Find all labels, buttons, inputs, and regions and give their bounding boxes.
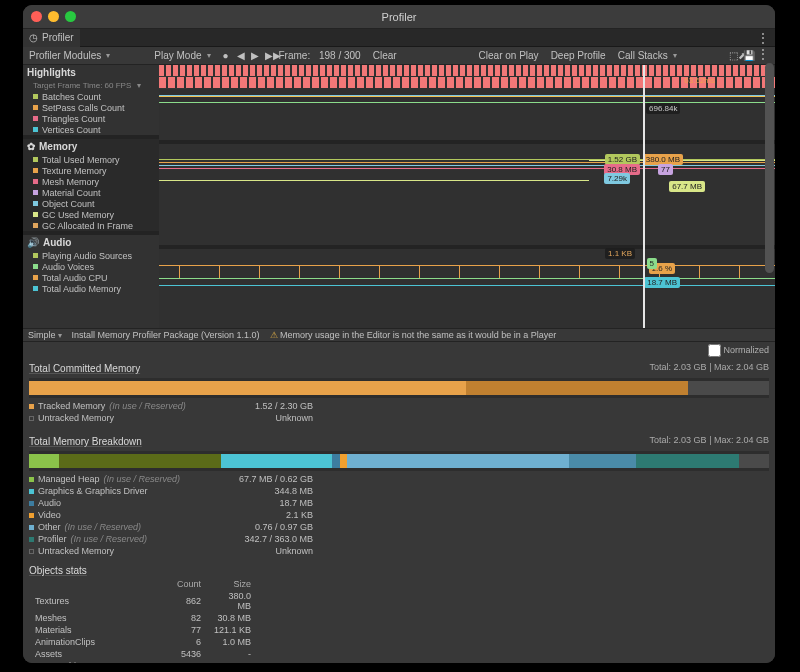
legend-swatch bbox=[33, 94, 38, 99]
legend-label: Total Used Memory bbox=[42, 155, 120, 165]
row-swatch bbox=[29, 549, 34, 554]
legend-label: Triangles Count bbox=[42, 114, 105, 124]
legend-item[interactable]: Batches Count bbox=[23, 91, 159, 102]
module-list: Highlights Target Frame Time: 60 FPS▾ Ba… bbox=[23, 65, 159, 328]
row-swatch bbox=[29, 513, 34, 518]
titlebar: Profiler bbox=[23, 5, 775, 29]
save-icon[interactable]: 💾 bbox=[737, 47, 751, 65]
table-row: AnimationClips61.0 MB bbox=[29, 636, 257, 648]
deep-profile-toggle[interactable]: Deep Profile bbox=[545, 47, 612, 65]
total-breakdown-header: Total Memory Breakdown bbox=[29, 436, 142, 447]
chart-panels[interactable]: CPU GPU 63.62ms 696.84k 1.52 GB 380.0 MB… bbox=[159, 65, 775, 328]
call-stacks-dropdown[interactable]: Call Stacks bbox=[612, 47, 683, 65]
legend-swatch bbox=[33, 157, 38, 162]
memory-row: Graphics & Graphics Driver344.8 MB bbox=[29, 485, 769, 497]
legend-swatch bbox=[33, 105, 38, 110]
legend-swatch bbox=[33, 127, 38, 132]
zoom-icon[interactable] bbox=[65, 11, 76, 22]
play-mode-dropdown[interactable]: Play Mode bbox=[148, 47, 216, 65]
normalized-toggle[interactable]: Normalized bbox=[708, 344, 769, 357]
legend-label: SetPass Calls Count bbox=[42, 103, 125, 113]
target-frame-time[interactable]: Target Frame Time: 60 FPS▾ bbox=[23, 80, 159, 91]
module-highlights[interactable]: Highlights Target Frame Time: 60 FPS▾ Ba… bbox=[23, 65, 159, 135]
legend-item[interactable]: Triangles Count bbox=[23, 113, 159, 124]
tab-menu-icon[interactable]: ⋮ bbox=[751, 31, 775, 45]
legend-swatch bbox=[33, 286, 38, 291]
tab-profiler[interactable]: ◷ Profiler bbox=[23, 29, 80, 47]
legend-item[interactable]: Material Count bbox=[23, 187, 159, 198]
legend-label: GC Used Memory bbox=[42, 210, 114, 220]
chart-tag: 77 bbox=[658, 164, 673, 175]
legend-item[interactable]: GC Used Memory bbox=[23, 209, 159, 220]
total-committed-header: Total Committed Memory bbox=[29, 363, 140, 374]
legend-label: Vertices Count bbox=[42, 125, 101, 135]
memory-row: Profiler (In use / Reserved)342.7 / 363.… bbox=[29, 533, 769, 545]
legend-label: Audio Voices bbox=[42, 262, 94, 272]
legend-label: Texture Memory bbox=[42, 166, 107, 176]
legend-swatch bbox=[33, 201, 38, 206]
legend-item[interactable]: Total Audio CPU bbox=[23, 272, 159, 283]
clear-on-play-toggle[interactable]: Clear on Play bbox=[473, 47, 545, 65]
scrollbar[interactable] bbox=[765, 63, 774, 323]
tcm-bar bbox=[29, 378, 769, 398]
detail-toolbar: Simple Install Memory Profiler Package (… bbox=[23, 328, 775, 342]
speaker-icon: 🔊 bbox=[27, 237, 39, 248]
legend-item[interactable]: Mesh Memory bbox=[23, 176, 159, 187]
memory-row: Untracked MemoryUnknown bbox=[29, 545, 769, 557]
memory-detail-panel: Normalized Total Committed Memory Total:… bbox=[23, 342, 775, 663]
legend-item[interactable]: Audio Voices bbox=[23, 261, 159, 272]
legend-item[interactable]: Vertices Count bbox=[23, 124, 159, 135]
legend-item[interactable]: Playing Audio Sources bbox=[23, 250, 159, 261]
chart-tag: 696.84k bbox=[646, 103, 680, 114]
legend-item[interactable]: GC Allocated In Frame bbox=[23, 220, 159, 231]
warning-label: ⚠ Memory usage in the Editor is not the … bbox=[265, 330, 562, 340]
playhead[interactable] bbox=[643, 65, 645, 328]
legend-swatch bbox=[33, 253, 38, 258]
legend-swatch bbox=[33, 116, 38, 121]
memory-row: Video2.1 KB bbox=[29, 509, 769, 521]
minimize-icon[interactable] bbox=[48, 11, 59, 22]
legend-label: Mesh Memory bbox=[42, 177, 99, 187]
row-swatch bbox=[29, 416, 34, 421]
record-button[interactable]: ● bbox=[217, 47, 231, 65]
row-swatch bbox=[29, 477, 34, 482]
object-stats-table: CountSize Textures862380.0 MBMeshes8230.… bbox=[29, 578, 257, 663]
legend-swatch bbox=[33, 179, 38, 184]
legend-label: GC Allocated In Frame bbox=[42, 221, 133, 231]
close-icon[interactable] bbox=[31, 11, 42, 22]
legend-swatch bbox=[33, 264, 38, 269]
toolbar-menu-icon[interactable]: ⋮ bbox=[751, 47, 775, 65]
legend-item[interactable]: Total Used Memory bbox=[23, 154, 159, 165]
chart-tag: 1.1 KB bbox=[605, 248, 635, 259]
chart-tag: 67.7 MB bbox=[669, 181, 705, 192]
legend-item[interactable]: Object Count bbox=[23, 198, 159, 209]
row-swatch bbox=[29, 501, 34, 506]
clear-button[interactable]: Clear bbox=[367, 47, 403, 65]
module-audio[interactable]: 🔊Audio Playing Audio SourcesAudio Voices… bbox=[23, 235, 159, 294]
row-swatch bbox=[29, 537, 34, 542]
legend-label: Total Audio Memory bbox=[42, 284, 121, 294]
module-memory[interactable]: ✿Memory Total Used MemoryTexture MemoryM… bbox=[23, 139, 159, 231]
tab-bar: ◷ Profiler ⋮ bbox=[23, 29, 775, 47]
window-title: Profiler bbox=[382, 11, 417, 23]
legend-item[interactable]: Total Audio Memory bbox=[23, 283, 159, 294]
chart-area: Highlights Target Frame Time: 60 FPS▾ Ba… bbox=[23, 65, 775, 328]
tmb-bar bbox=[29, 451, 769, 471]
view-mode-dropdown[interactable]: Simple bbox=[23, 330, 67, 340]
install-package-button[interactable]: Install Memory Profiler Package (Version… bbox=[67, 330, 265, 340]
toolbar: Profiler Modules Play Mode ● ◀ ▶ ▶▶ Fram… bbox=[23, 47, 775, 65]
warning-icon: ⚠ bbox=[270, 330, 278, 340]
prev-frame-button[interactable]: ◀ bbox=[231, 47, 245, 65]
legend-item[interactable]: Texture Memory bbox=[23, 165, 159, 176]
profiler-modules-dropdown[interactable]: Profiler Modules bbox=[23, 47, 116, 65]
memory-row: Audio18.7 MB bbox=[29, 497, 769, 509]
last-frame-button[interactable]: ▶▶ bbox=[259, 47, 273, 65]
legend-label: Material Count bbox=[42, 188, 101, 198]
chart-tag: 5 bbox=[647, 258, 657, 269]
profiler-window: Profiler ◷ Profiler ⋮ Profiler Modules P… bbox=[23, 5, 775, 663]
legend-item[interactable]: SetPass Calls Count bbox=[23, 102, 159, 113]
table-row: Meshes8230.8 MB bbox=[29, 612, 257, 624]
next-frame-button[interactable]: ▶ bbox=[245, 47, 259, 65]
table-row: Game Objects510- bbox=[29, 660, 257, 663]
load-icon[interactable]: ⬚⬈ bbox=[723, 47, 737, 65]
